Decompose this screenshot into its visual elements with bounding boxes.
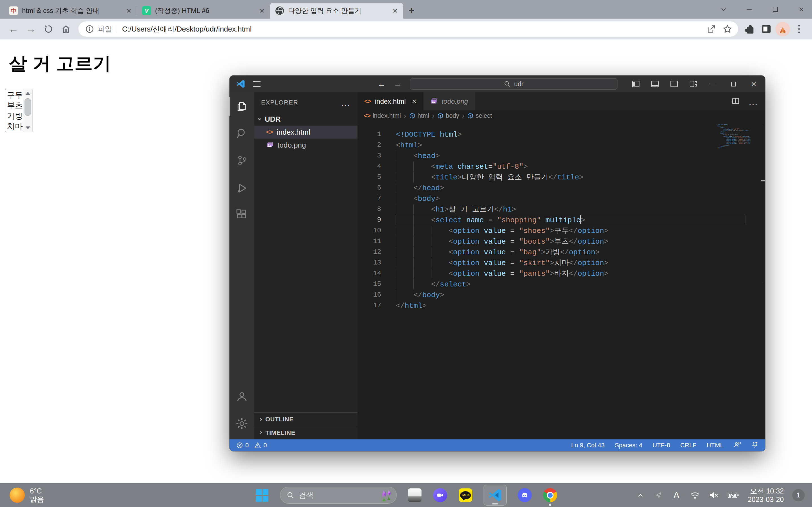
customize-layout-icon[interactable] [689,80,698,88]
bookmark-star-icon[interactable] [722,24,732,34]
back-icon[interactable]: ← [6,21,21,37]
code-line-10[interactable]: 10 <option value = "shoes">구두</option> [357,225,765,236]
ime-indicator[interactable]: A [672,490,681,501]
code-line-15[interactable]: 15 </select> [357,279,765,290]
command-center-search[interactable]: udr [410,78,617,90]
problems-warnings[interactable]: 0 [254,442,267,449]
browser-maximize-button[interactable] [770,7,780,12]
problems-errors[interactable]: 0 [236,442,249,449]
tab-search-chevron-icon[interactable] [718,8,728,11]
reload-icon[interactable] [41,21,56,37]
extensions-activity-icon[interactable] [230,203,254,228]
editor-tab-todo.png[interactable]: todo.png [423,93,475,110]
code-line-11[interactable]: 11 <option value = "boots">부츠</option> [357,236,765,247]
breadcrumb-item[interactable]: <>index.html [364,112,401,119]
editor-tab-index.html[interactable]: <>index.html× [357,93,423,110]
scrollbar-thumb[interactable] [24,98,31,116]
scroll-up-icon[interactable] [23,89,32,97]
code-line-5[interactable]: 5 <title>다양한 입력 요소 만들기</title> [357,172,765,182]
tray-chevron-up-icon[interactable] [636,493,645,498]
explorer-file-index.html[interactable]: <>index.html [254,126,357,138]
breadcrumb-item[interactable]: html [409,112,429,119]
account-icon[interactable] [230,384,254,409]
vscode-back-icon[interactable]: ← [377,79,386,89]
toggle-secondary-sidebar-icon[interactable] [670,80,678,88]
status-item[interactable]: CRLF [680,442,696,449]
menu-hamburger-icon[interactable] [253,81,260,87]
share-icon[interactable] [707,24,716,34]
address-bar[interactable]: 파일 C:/Users/신애리/Desktop/udr/index.html [79,21,738,37]
listbox-option[interactable]: 구두 [5,90,23,100]
code-line-7[interactable]: 7 <body> [357,193,765,204]
listbox-scrollbar[interactable] [23,89,32,132]
code-line-6[interactable]: 6 </head> [357,182,765,193]
chrome-icon[interactable] [543,488,557,503]
video-app-icon[interactable] [433,488,448,503]
explorer-file-todo.png[interactable]: todo.png [254,138,357,152]
outline-section[interactable]: OUTLINE [254,412,357,426]
code-editor[interactable]: 1<!DOCTYPE html>2<html>3 <head>4 <meta c… [357,121,765,439]
status-item[interactable]: Ln 9, Col 43 [571,442,605,449]
search-activity-icon[interactable] [230,121,254,146]
browser-tab[interactable]: v(작성중) HTML #6× [137,3,270,18]
minimap[interactable]: <!DOCTYPE html><html> <head> <meta chars… [717,124,751,149]
code-line-16[interactable]: 16 </body> [357,290,765,300]
tab-close-icon[interactable]: × [391,6,399,15]
feedback-icon[interactable] [733,441,741,450]
app-window-icon[interactable] [407,488,422,503]
explorer-activity-icon[interactable] [230,94,254,119]
browser-minimize-button[interactable] [744,9,755,10]
code-line-17[interactable]: 17</html> [357,300,765,311]
code-line-1[interactable]: 1<!DOCTYPE html> [357,129,765,140]
code-line-13[interactable]: 13 <option value = "skirt">치마</option> [357,258,765,268]
vscode-minimize-button[interactable] [708,83,718,84]
weather-widget[interactable]: 6°C 맑음 [10,483,44,507]
profile-avatar[interactable] [775,22,790,36]
toggle-sidebar-icon[interactable] [631,80,640,88]
tab-close-icon[interactable]: × [412,97,416,106]
folder-udr[interactable]: UDR [254,113,357,126]
status-item[interactable]: UTF-8 [652,442,670,449]
run-debug-activity-icon[interactable] [230,176,254,201]
editor-more-icon[interactable]: … [748,100,758,103]
start-button[interactable] [255,488,269,503]
wifi-icon[interactable] [690,490,700,500]
discord-icon[interactable] [517,488,532,503]
kakaotalk-icon[interactable]: TALK [458,488,473,503]
settings-gear-icon[interactable] [230,411,254,436]
new-tab-button[interactable]: + [405,4,418,17]
shopping-multiselect[interactable]: 구두부츠가방치마 [5,89,33,132]
code-line-14[interactable]: 14 <option value = "pants">바지</option> [357,268,765,279]
status-item[interactable]: Spaces: 4 [615,442,642,449]
info-icon[interactable] [85,24,94,34]
vscode-forward-icon[interactable]: → [394,79,402,89]
listbox-option[interactable]: 가방 [5,111,23,121]
extensions-puzzle-icon[interactable] [743,22,757,36]
taskbar-search[interactable]: 검색 [280,487,397,504]
volume-muted-icon[interactable] [709,491,719,500]
browser-menu-icon[interactable] [792,22,806,36]
code-line-3[interactable]: 3 <head> [357,151,765,161]
listbox-option[interactable]: 부츠 [5,100,23,111]
clock[interactable]: 오전 10:32 2023-03-20 [748,487,784,504]
breadcrumb-item[interactable]: select [467,112,492,119]
browser-tab[interactable]: 中html & css 기초 학습 안내× [4,3,137,18]
breadcrumb-item[interactable]: body [437,112,459,119]
timeline-section[interactable]: TIMELINE [254,426,357,439]
tab-close-icon[interactable]: × [258,6,266,15]
side-panel-icon[interactable] [759,22,774,36]
code-line-8[interactable]: 8 <h1>살 거 고르기</h1> [357,204,765,215]
vscode-maximize-button[interactable] [728,82,738,87]
tab-close-icon[interactable]: × [124,6,133,15]
browser-close-button[interactable]: × [796,4,806,15]
notifications-bell-icon[interactable] [751,441,758,450]
split-editor-icon[interactable] [731,97,740,106]
source-control-activity-icon[interactable] [230,148,254,173]
address-url[interactable]: C:/Users/신애리/Desktop/udr/index.html [122,24,700,34]
code-line-4[interactable]: 4 <meta charset="utf-8"> [357,161,765,172]
scroll-down-icon[interactable] [23,124,32,132]
toggle-panel-icon[interactable] [651,80,659,88]
search-highlight-flower-icon[interactable] [379,488,394,503]
vscode-taskbar-button[interactable] [484,485,507,506]
forward-icon[interactable]: → [23,21,39,37]
